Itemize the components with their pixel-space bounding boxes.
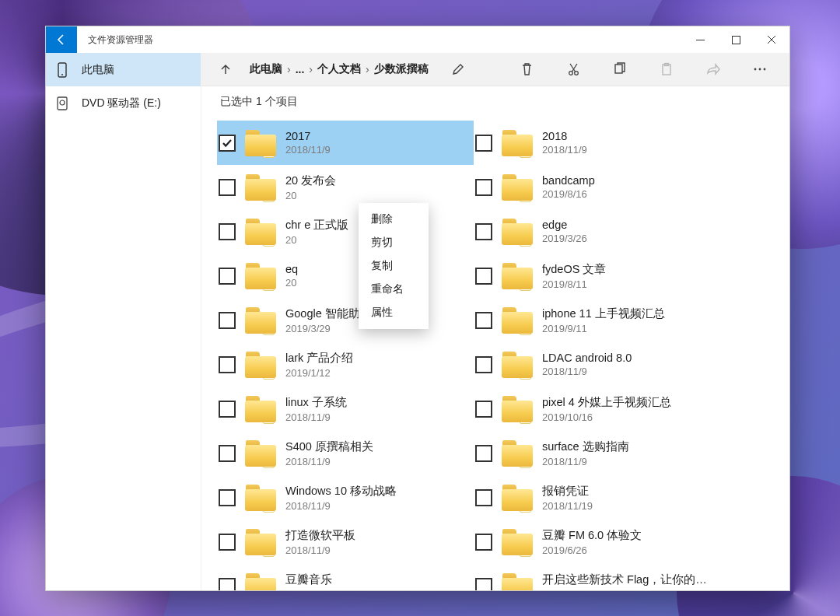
checkbox[interactable] [475,268,492,285]
ctx-copy[interactable]: 复制 [359,254,429,278]
device-icon [55,62,69,78]
folder-item[interactable]: 豆瓣 FM 6.0 体验文2019/6/26 [474,520,730,564]
folder-date: 2019/3/26 [542,233,587,244]
folder-item[interactable]: surface 选购指南2018/11/9 [474,431,730,475]
folder-date: 2018/11/9 [285,544,355,556]
svg-rect-0 [732,36,740,44]
folder-item[interactable]: Google 智能助理 iOS2019/3/29 [217,298,474,342]
folder-name: linux 子系统 [285,395,347,410]
breadcrumb-part[interactable]: 此电脑 [250,62,282,76]
breadcrumb-part[interactable]: ... [296,63,305,75]
folder-item[interactable]: 20182018/11/9 [474,121,730,165]
edit-path-button[interactable] [435,53,481,86]
folder-item[interactable]: bandcamp2019/8/16 [474,165,730,209]
status-bar: 已选中 1 个项目 [201,86,789,117]
disc-drive-icon [55,96,69,111]
folder-item[interactable]: LDAC android 8.02018/11/9 [474,342,730,387]
checkbox[interactable] [475,401,492,418]
folder-icon [245,174,276,201]
folder-item[interactable]: 20 发布会20 [217,165,474,209]
folder-item[interactable]: 打造微软平板2018/11/9 [217,520,474,564]
checkbox[interactable] [219,312,236,329]
folder-item[interactable]: iphone 11 上手视频汇总2019/9/11 [474,298,730,342]
folder-icon [502,440,533,467]
folder-item[interactable]: edge2019/3/26 [474,209,730,254]
sidebar-item-dvd-drive[interactable]: DVD 驱动器 (E:) [46,86,201,120]
folder-icon [245,307,276,334]
folder-item[interactable]: S400 原撰稿相关2018/11/9 [217,431,474,475]
folder-date: 2018/11/9 [285,144,331,156]
ctx-props[interactable]: 属性 [359,301,429,324]
folder-icon [245,219,276,245]
folder-item[interactable]: 20172018/11/9 [217,121,474,165]
folder-item[interactable]: 开启这些新技术 Flag，让你的…2019/6/26 [474,564,730,590]
checkbox[interactable] [475,135,492,152]
toolbar: 此电脑› ...› 个人文档› 少数派撰稿 [201,53,789,86]
folder-name: 20 发布会 [285,173,336,188]
checkbox[interactable] [219,268,236,285]
folder-name: S400 原撰稿相关 [285,439,373,454]
folder-item[interactable]: Windows 10 移动战略2018/11/9 [217,475,474,520]
folder-item[interactable]: eq20 [217,254,474,298]
checkbox[interactable] [475,534,492,551]
ctx-cut[interactable]: 剪切 [359,231,429,254]
folder-date: 2018/11/9 [285,411,347,423]
checkbox[interactable] [219,445,236,462]
checkbox[interactable] [475,489,492,506]
cut-button[interactable] [550,53,597,86]
maximize-button[interactable] [718,26,754,53]
checkbox[interactable] [219,223,236,240]
checkbox[interactable] [475,578,492,591]
checkbox[interactable] [219,135,236,152]
sidebar-item-label: DVD 驱动器 (E:) [82,96,161,110]
minimize-button[interactable] [682,26,718,53]
folder-icon [245,529,276,555]
checkbox[interactable] [475,445,492,462]
folder-date: 2019/6/26 [285,589,332,591]
delete-button[interactable] [503,53,550,86]
file-grid[interactable]: 20172018/11/920182018/11/920 发布会20bandca… [201,117,789,590]
checkbox[interactable] [219,489,236,506]
sidebar-item-this-pc[interactable]: 此电脑 [46,53,201,86]
checkbox[interactable] [475,356,492,373]
folder-item[interactable]: chr e 正式版20 [217,209,474,254]
folder-item[interactable]: fydeOS 文章2019/8/11 [474,254,730,298]
folder-icon [502,529,533,555]
svg-point-2 [61,74,63,75]
folder-icon [502,485,533,511]
checkbox[interactable] [475,179,492,196]
folder-item[interactable]: 豆瓣音乐2019/6/26 [217,564,474,590]
breadcrumb-part[interactable]: 个人文档 [317,62,361,76]
folder-item[interactable]: lark 产品介绍2019/1/12 [217,342,474,387]
folder-date: 2018/11/9 [542,366,632,377]
close-button[interactable] [754,26,789,53]
folder-date: 2019/8/11 [542,278,606,290]
checkbox[interactable] [219,401,236,418]
svg-point-12 [764,68,766,71]
up-button[interactable] [208,53,243,86]
checkbox[interactable] [475,223,492,240]
checkbox[interactable] [219,356,236,373]
more-button[interactable] [737,53,783,86]
folder-name: iphone 11 上手视频汇总 [542,306,665,321]
svg-point-4 [60,100,65,105]
svg-point-10 [754,68,757,71]
ctx-rename[interactable]: 重命名 [359,278,429,301]
copy-button[interactable] [597,53,643,86]
breadcrumb-part[interactable]: 少数派撰稿 [374,62,429,76]
checkbox[interactable] [219,179,236,196]
checkbox[interactable] [475,312,492,329]
folder-item[interactable]: 报销凭证2018/11/19 [474,475,730,520]
folder-name: 2017 [285,130,331,142]
folder-item[interactable]: pixel 4 外媒上手视频汇总2019/10/16 [474,387,730,431]
folder-date: 20 [285,234,348,246]
checkbox[interactable] [219,578,236,591]
checkbox[interactable] [219,534,236,551]
breadcrumb[interactable]: 此电脑› ...› 个人文档› 少数派撰稿 [243,62,435,76]
folder-name: eq [285,263,298,275]
ctx-delete[interactable]: 删除 [359,208,429,231]
folder-item[interactable]: linux 子系统2018/11/9 [217,387,474,431]
folder-icon [502,396,533,422]
back-button[interactable] [46,26,77,53]
folder-name: edge [542,219,587,231]
